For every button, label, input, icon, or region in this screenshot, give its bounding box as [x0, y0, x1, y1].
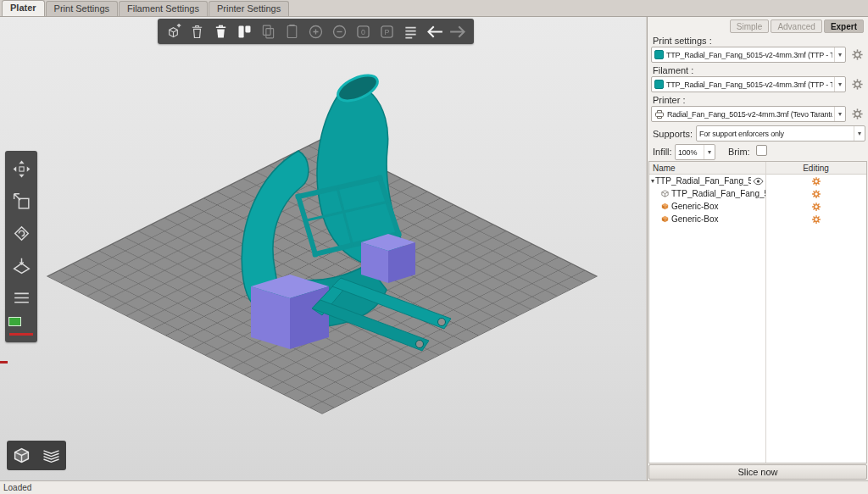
- copy-button[interactable]: [258, 21, 279, 42]
- flatten-tool-icon: [11, 255, 32, 276]
- infill-label: Infill:: [653, 147, 672, 157]
- layers-lines-icon: [402, 23, 420, 41]
- print-settings-combo[interactable]: TTP_Radial_Fan_Fang_5015-v2-4mm.3mf (TTP…: [651, 47, 846, 63]
- filament-label: Filament :: [653, 65, 693, 75]
- add-object-button[interactable]: [163, 21, 184, 42]
- gear-icon: [851, 108, 864, 120]
- supports-value: For support enforcers only: [699, 130, 852, 138]
- mode-expert-button[interactable]: Expert: [824, 19, 864, 33]
- scale-tool-button[interactable]: [8, 188, 34, 214]
- rotate-tool-icon: [11, 223, 32, 244]
- status-bar: Loaded: [0, 480, 868, 494]
- tab-filament-settings[interactable]: Filament Settings: [119, 1, 208, 16]
- undo-button[interactable]: [424, 21, 445, 42]
- collapse-arrow-icon[interactable]: ▾: [651, 177, 654, 185]
- object-name-cell: Generic-Box: [649, 200, 765, 213]
- mode-simple-button[interactable]: Simple: [730, 19, 770, 33]
- plus-circle-icon: [307, 23, 325, 41]
- print-settings-value: TTP_Radial_Fan_Fang_5015-v2-4mm.3mf (TTP…: [666, 51, 832, 59]
- cube-view-icon: [10, 444, 33, 467]
- print-settings-label: Print settings :: [653, 36, 712, 46]
- object-row[interactable]: ▾ TTP_Radial_Fan_Fang_5015-Port_: [649, 175, 866, 187]
- duct-mouth: [334, 70, 381, 106]
- tab-print-settings[interactable]: Print Settings: [46, 1, 118, 16]
- printer-combo[interactable]: Radial_Fan_Fang_5015-v2-4mm.3mf (Tevo Ta…: [651, 106, 846, 122]
- filament-color-swatch-icon: [654, 80, 664, 89]
- editing-column-header[interactable]: Editing: [765, 164, 866, 173]
- arrange-button[interactable]: [234, 21, 255, 42]
- paste-button[interactable]: [281, 21, 303, 42]
- filament-value: TTP_Radial_Fan_Fang_5015-v2-4mm.3mf (TTP…: [666, 80, 832, 89]
- column-divider: [765, 162, 766, 463]
- trash-icon: [188, 23, 206, 41]
- view-mode-buttons: [7, 441, 66, 470]
- arrange-icon: [236, 23, 253, 41]
- split-objects-icon: 0: [354, 23, 372, 41]
- object-name: Generic-Box: [671, 214, 765, 224]
- infill-combo[interactable]: 100% ▾: [675, 144, 715, 160]
- cut-tool-icon: [11, 287, 32, 308]
- slice-now-button[interactable]: Slice now: [648, 464, 867, 480]
- layers-editing-button[interactable]: [400, 21, 421, 42]
- chevron-down-icon: ▾: [834, 77, 845, 92]
- move-tool-button[interactable]: [8, 156, 34, 181]
- print-profile-swatch-icon: [654, 50, 664, 59]
- tab-printer-settings[interactable]: Printer Settings: [209, 1, 289, 16]
- rotate-tool-button[interactable]: [8, 220, 34, 246]
- object-settings-button[interactable]: [765, 176, 866, 186]
- object-settings-button[interactable]: [765, 202, 866, 212]
- slicer-window: Plater Print Settings Filament Settings …: [0, 0, 868, 494]
- gear-icon: [811, 202, 821, 212]
- paste-icon: [283, 23, 301, 41]
- supports-combo[interactable]: For support enforcers only ▾: [696, 125, 865, 142]
- object-settings-button[interactable]: [765, 189, 866, 199]
- modifier-box-icon: [660, 202, 670, 211]
- object-row[interactable]: Generic-Box: [649, 213, 866, 225]
- printer-icon: [654, 109, 665, 119]
- remove-instance-button[interactable]: [329, 21, 350, 42]
- layers-view-button[interactable]: [36, 441, 66, 470]
- brim-checkbox[interactable]: [756, 145, 767, 156]
- flatten-tool-button[interactable]: [8, 253, 34, 278]
- object-name-cell: TTP_Radial_Fan_Fang_5015-F: [649, 187, 765, 200]
- printer-label: Printer :: [653, 95, 686, 105]
- supports-label: Supports:: [653, 129, 693, 139]
- object-row[interactable]: Generic-Box: [649, 200, 866, 213]
- 3d-view-button[interactable]: [7, 441, 36, 470]
- add-object-icon: [164, 23, 182, 41]
- tab-bar: Plater Print Settings Filament Settings …: [0, 0, 868, 17]
- delete-object-button[interactable]: [186, 21, 208, 42]
- svg-text:0: 0: [361, 28, 365, 36]
- add-instance-button[interactable]: [305, 21, 326, 42]
- layers-stack-icon: [40, 444, 63, 467]
- status-text: Loaded: [3, 483, 31, 492]
- 3d-viewport[interactable]: 0 P: [0, 17, 646, 480]
- object-settings-button[interactable]: [765, 214, 866, 225]
- delete-all-button[interactable]: [210, 21, 231, 42]
- object-row[interactable]: TTP_Radial_Fan_Fang_5015-F: [649, 187, 866, 200]
- cut-tool-button[interactable]: [8, 285, 34, 310]
- printer-gear-button[interactable]: [849, 106, 865, 122]
- split-to-objects-button[interactable]: 0: [353, 21, 374, 42]
- tab-plater[interactable]: Plater: [2, 0, 45, 16]
- chevron-down-icon: ▾: [834, 107, 845, 121]
- modifier-box-icon: [660, 214, 670, 224]
- manipulation-toolbar: [5, 151, 37, 342]
- axis-marker: [0, 361, 8, 364]
- gear-icon: [811, 176, 821, 186]
- split-to-parts-button[interactable]: P: [376, 21, 398, 42]
- svg-text:P: P: [385, 28, 390, 36]
- object-name: Generic-Box: [671, 202, 765, 211]
- object-name: TTP_Radial_Fan_Fang_5015-Port_: [655, 176, 751, 186]
- redo-button[interactable]: [448, 21, 469, 42]
- mode-advanced-button[interactable]: Advanced: [771, 19, 821, 33]
- filament-combo[interactable]: TTP_Radial_Fan_Fang_5015-v2-4mm.3mf (TTP…: [651, 76, 846, 92]
- name-column-header[interactable]: Name: [649, 164, 765, 173]
- visibility-eye-icon[interactable]: [753, 177, 764, 186]
- print-settings-gear-button[interactable]: [849, 47, 865, 63]
- mode-switcher: Simple Advanced Expert: [730, 19, 864, 33]
- copy-icon: [259, 23, 277, 41]
- filament-gear-button[interactable]: [849, 76, 865, 92]
- object-list-header: Name Editing: [649, 162, 866, 175]
- trash-filled-icon: [212, 23, 230, 41]
